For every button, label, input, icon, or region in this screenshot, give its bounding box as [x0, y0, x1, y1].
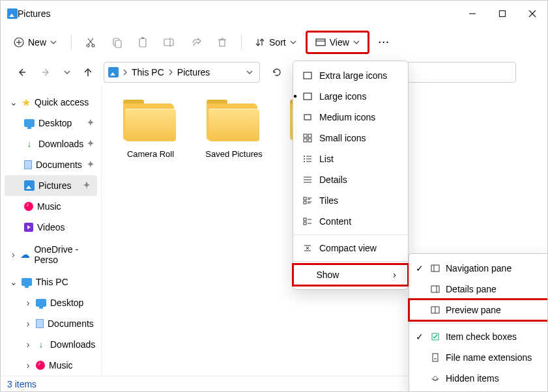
pin-icon — [87, 139, 94, 149]
pane-icon — [430, 264, 440, 273]
chevron-down-icon: ⌄ — [10, 277, 18, 287]
sidebar-item-music[interactable]: ›Music — [1, 355, 101, 376]
menu-item-label: Compact view — [319, 243, 377, 253]
sidebar-onedrive[interactable]: › ☁ OneDrive - Perso — [1, 244, 101, 265]
sidebar-item-desktop[interactable]: ›Desktop — [1, 292, 101, 313]
show-menu-details-pane[interactable]: Details pane — [409, 279, 548, 300]
menu-item-label: Item check boxes — [446, 331, 517, 342]
sidebar-item-pictures[interactable]: Pictures — [5, 175, 97, 196]
share-button[interactable] — [185, 31, 207, 54]
svg-line-8 — [88, 38, 93, 45]
view-menu-tiles[interactable]: Tiles — [293, 190, 408, 211]
chevron-right-icon: › — [24, 360, 32, 371]
pane-icon — [430, 305, 440, 315]
view-menu-show[interactable]: Show› — [293, 264, 408, 285]
minimize-button[interactable] — [457, 3, 487, 24]
menu-item-label: Hidden items — [446, 373, 499, 384]
view-menu-details[interactable]: Details — [293, 169, 408, 190]
svg-rect-51 — [304, 218, 306, 221]
up-button[interactable] — [79, 63, 97, 81]
sidebar-item-label: OneDrive - Perso — [34, 244, 96, 265]
sidebar-item-music[interactable]: Music — [1, 196, 101, 217]
svg-line-3 — [529, 10, 536, 17]
svg-rect-1 — [500, 11, 506, 17]
chevron-down-icon: ⌄ — [10, 97, 18, 107]
sidebar-item-label: This PC — [36, 277, 68, 287]
svg-rect-12 — [115, 40, 121, 48]
forward-button[interactable] — [37, 63, 55, 81]
details-icon — [302, 175, 313, 184]
svg-rect-15 — [164, 39, 173, 46]
cloud-icon: ☁ — [20, 249, 30, 260]
sidebar-item-label: Downloads — [38, 139, 83, 149]
view-menu-small[interactable]: Small icons — [293, 128, 408, 148]
view-menu-compact[interactable]: Compact view — [293, 238, 408, 259]
view-label: View — [330, 37, 349, 48]
sidebar-item-label: Desktop — [38, 118, 72, 128]
sidebar-quick-access[interactable]: ⌄ ★ Quick access — [1, 92, 101, 113]
cut-button[interactable] — [79, 31, 102, 54]
recent-button[interactable] — [62, 63, 72, 81]
view-menu-large[interactable]: •Large icons — [293, 86, 408, 107]
menu-item-label: Large icons — [319, 91, 366, 102]
show-menu-hidden-items[interactable]: Hidden items — [409, 368, 548, 389]
sidebar-item-label: Music — [49, 360, 73, 371]
crumb-this-pc[interactable]: This PC — [132, 67, 164, 77]
share-icon — [190, 36, 202, 48]
chevron-right-icon: › — [393, 270, 396, 280]
sidebar-item-downloads[interactable]: ↓Downloads — [1, 133, 101, 154]
music-icon — [24, 202, 33, 211]
svg-rect-57 — [431, 265, 439, 272]
pin-icon — [83, 180, 91, 191]
sidebar-item-videos[interactable]: Videos — [1, 217, 101, 238]
large-icon — [302, 92, 313, 101]
paste-button[interactable] — [132, 31, 154, 54]
svg-rect-22 — [316, 39, 325, 46]
new-button[interactable]: New — [8, 31, 63, 54]
sidebar-item-documents[interactable]: Documents — [1, 154, 101, 175]
sidebar-this-pc[interactable]: ⌄ This PC — [1, 272, 101, 292]
rename-button[interactable] — [158, 31, 181, 54]
view-menu-xlarge[interactable]: Extra large icons — [293, 65, 408, 86]
folder-icon — [123, 100, 178, 143]
chevron-right-icon: › — [24, 318, 32, 329]
show-menu-preview-pane[interactable]: Preview pane — [409, 300, 548, 320]
sidebar-item-downloads[interactable]: ›↓Downloads — [1, 334, 101, 355]
chevron-down-icon — [50, 39, 57, 46]
folder-camera-roll[interactable]: Camera Roll — [121, 100, 180, 159]
show-menu-item-check-boxes[interactable]: ✓Item check boxes — [409, 326, 548, 347]
sort-label: Sort — [269, 37, 286, 48]
view-menu-list[interactable]: List — [293, 148, 408, 169]
sidebar-item-label: Videos — [37, 222, 65, 232]
chevron-down-icon[interactable] — [246, 69, 253, 76]
show-menu-file-name-extensions[interactable]: File name extensions — [409, 347, 548, 368]
breadcrumb[interactable]: This PC Pictures — [104, 62, 260, 83]
back-button[interactable] — [12, 63, 31, 81]
menu-item-label: Details — [319, 175, 347, 185]
more-button[interactable]: ··· — [373, 31, 396, 54]
folder-saved-pictures[interactable]: Saved Pictures — [205, 100, 263, 159]
view-button[interactable]: View — [306, 31, 369, 54]
refresh-button[interactable] — [267, 62, 287, 83]
copy-icon — [111, 36, 123, 48]
view-menu-medium[interactable]: Medium icons — [293, 107, 408, 128]
crumb-pictures[interactable]: Pictures — [177, 67, 210, 77]
chevron-right-icon: › — [10, 249, 16, 260]
svg-line-7 — [88, 38, 93, 45]
show-menu-navigation-pane[interactable]: ✓Navigation pane — [409, 258, 548, 279]
menu-item-label: List — [319, 154, 334, 164]
svg-rect-35 — [308, 139, 311, 142]
sidebar-item-desktop[interactable]: Desktop — [1, 113, 101, 133]
delete-button[interactable] — [211, 31, 233, 54]
sort-button[interactable]: Sort — [250, 31, 302, 54]
sidebar-item-documents[interactable]: ›Documents — [1, 313, 101, 334]
svg-rect-31 — [304, 115, 311, 120]
close-button[interactable] — [517, 3, 547, 24]
maximize-button[interactable] — [487, 3, 517, 24]
copy-button[interactable] — [106, 31, 128, 54]
pane-icon — [430, 332, 440, 341]
svg-rect-13 — [139, 38, 146, 47]
chevron-down-icon — [64, 69, 70, 76]
monitor-icon — [22, 278, 32, 286]
view-menu-content[interactable]: Content — [293, 211, 408, 232]
